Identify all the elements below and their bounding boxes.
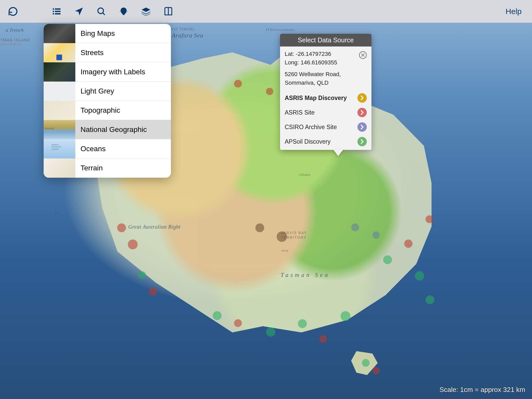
data-source-callout: Select Data Source Lat: -26.14797236 Lon…	[280, 34, 371, 150]
data-dot	[234, 319, 242, 327]
basemap-thumbnail	[44, 120, 75, 139]
basemap-option[interactable]: Topographic	[44, 101, 171, 120]
data-dot	[149, 287, 157, 296]
lat-value: -26.14797236	[296, 51, 331, 57]
basemap-thumbnail	[44, 62, 75, 82]
svg-rect-4	[53, 13, 54, 14]
chevron-right-icon	[357, 137, 367, 146]
data-source-label: APSoil Discovery	[285, 138, 330, 145]
basemap-thumbnail	[44, 158, 75, 178]
lat-row: Lat: -26.14797236	[285, 50, 356, 58]
svg-rect-5	[55, 13, 61, 14]
chevron-right-icon	[357, 122, 367, 132]
list-button[interactable]	[51, 6, 62, 17]
long-value: 146.61609355	[301, 59, 337, 66]
data-dot	[341, 311, 350, 321]
basemap-thumbnail	[44, 101, 75, 120]
basemap-label: Light Grey	[75, 87, 114, 95]
basemap-thumbnail	[44, 43, 75, 62]
data-dot	[298, 319, 307, 328]
refresh-button[interactable]	[7, 6, 19, 17]
map-label-tmas2: AUSTRALIA	[1, 43, 21, 46]
map-label-trench: a Trench	[6, 28, 24, 33]
basemap-button[interactable]	[118, 6, 129, 17]
data-source-option[interactable]: CSIRO Archive Site	[285, 120, 367, 134]
basemap-option[interactable]: Imagery with Labels	[44, 62, 171, 82]
data-dot	[117, 223, 126, 232]
svg-rect-3	[55, 11, 61, 12]
data-dot	[319, 335, 327, 343]
data-dot	[373, 231, 380, 239]
map-label-brisbane: isbane	[299, 172, 310, 177]
data-dot	[373, 367, 380, 374]
map-label-perth: Pe	[55, 211, 59, 216]
layers-button[interactable]	[140, 6, 152, 17]
basemap-label: Imagery with Labels	[75, 68, 145, 76]
basemap-option[interactable]: Bing Maps	[44, 24, 171, 43]
data-dot	[404, 240, 413, 248]
locate-button[interactable]	[73, 6, 85, 17]
callout-title: Select Data Source	[280, 34, 371, 46]
lat-label: Lat:	[285, 51, 294, 57]
data-dot	[425, 215, 433, 223]
data-dot	[138, 271, 146, 279]
svg-line-7	[103, 13, 105, 15]
data-dot	[383, 255, 392, 264]
map-label-tmas1: TMAS ISLAND	[1, 38, 30, 42]
basemap-thumbnail	[44, 24, 75, 43]
basemap-thumbnail	[44, 82, 75, 101]
basemap-option[interactable]: Oceans	[44, 139, 171, 158]
data-source-option[interactable]: ASRIS Map Discovery	[285, 91, 367, 105]
basemap-label: Bing Maps	[75, 29, 115, 38]
close-icon	[361, 53, 365, 57]
data-source-label: ASRIS Site	[285, 109, 315, 116]
data-dot	[128, 240, 138, 249]
chevron-right-icon	[357, 93, 367, 103]
data-dot	[425, 295, 434, 304]
help-link[interactable]: Help	[506, 7, 525, 16]
address-line1: 5260 Wellwater Road,	[285, 71, 341, 77]
map-label-entre: D'Entrecasteaux	[266, 28, 295, 32]
map-label-jarvis1: JARVIS BAY	[281, 231, 307, 235]
basemap-label: Oceans	[75, 145, 106, 153]
data-source-label: ASRIS Map Discovery	[285, 95, 347, 102]
svg-point-6	[98, 8, 104, 14]
basemap-thumbnail	[44, 139, 75, 158]
basemap-popover: Bing MapsStreetsImagery with LabelsLight…	[44, 24, 171, 178]
toolbar: Help	[0, 0, 532, 23]
map-label-tasman: Tasman Sea	[281, 272, 330, 278]
search-button[interactable]	[96, 6, 107, 17]
callout-tail	[333, 149, 343, 156]
basemap-option[interactable]: National Geographic	[44, 120, 171, 139]
svg-rect-0	[53, 8, 54, 10]
svg-rect-1	[55, 8, 61, 10]
data-source-option[interactable]: ASRIS Site	[285, 105, 367, 120]
map-label-jarvis2: TERRITORY	[281, 235, 307, 240]
map-label-gab: Great Australian Bight	[128, 224, 181, 230]
data-dot	[266, 327, 275, 337]
bookmarks-button[interactable]	[163, 6, 174, 17]
map-label-terra: erra	[282, 248, 289, 253]
data-dot	[362, 359, 370, 367]
long-row: Long: 146.61609355	[285, 58, 356, 67]
address-line2: Sommariva, QLD	[285, 79, 329, 86]
basemap-option[interactable]: Terrain	[44, 158, 171, 178]
data-source-label: CSIRO Archive Site	[285, 124, 337, 131]
basemap-label: Terrain	[75, 164, 103, 172]
basemap-option[interactable]: Light Grey	[44, 82, 171, 101]
chevron-right-icon	[357, 108, 367, 117]
data-source-option[interactable]: APSoil Discovery	[285, 134, 367, 149]
svg-rect-2	[53, 11, 54, 12]
basemap-option[interactable]: Streets	[44, 43, 171, 62]
data-dot	[266, 88, 273, 95]
data-dot	[351, 223, 359, 231]
data-dot	[415, 271, 424, 281]
basemap-label: National Geographic	[75, 125, 147, 134]
basemap-label: Topographic	[75, 106, 120, 115]
scale-text: Scale: 1cm = approx 321 km	[440, 386, 525, 394]
close-button[interactable]	[359, 51, 367, 59]
data-dot	[255, 223, 264, 232]
address-line: 5260 Wellwater Road, Sommariva, QLD	[285, 70, 367, 87]
map-label-arafura: Arafura Sea	[172, 32, 203, 39]
basemap-label: Streets	[75, 49, 104, 57]
